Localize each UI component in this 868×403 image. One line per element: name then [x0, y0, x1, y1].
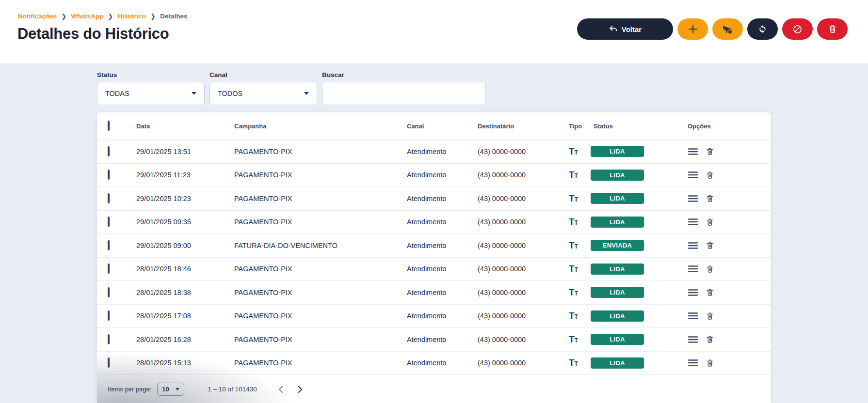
text-type-icon: TT [569, 264, 591, 274]
add-button[interactable] [677, 18, 708, 40]
row-date: 28/01/2025 17:08 [136, 312, 234, 320]
table-row: 29/01/2025 11:23 PAGAMENTO-PIX Atendimen… [97, 164, 771, 187]
row-menu-button[interactable] [688, 264, 698, 273]
select-all-checkbox[interactable] [108, 121, 110, 131]
row-checkbox[interactable] [108, 334, 110, 344]
row-menu-button[interactable] [688, 358, 698, 367]
table-row: 29/01/2025 10:23 PAGAMENTO-PIX Atendimen… [97, 187, 771, 211]
row-campaign: PAGAMENTO-PIX [234, 289, 407, 296]
row-date: 29/01/2025 10:23 [136, 195, 234, 202]
status-badge: LIDA [591, 287, 644, 298]
row-campaign: PAGAMENTO-PIX [234, 195, 407, 202]
trash-icon [706, 194, 714, 203]
next-page-button[interactable] [297, 386, 304, 393]
row-date: 28/01/2025 15:13 [136, 359, 234, 367]
row-checkbox[interactable] [108, 217, 110, 227]
row-date: 28/01/2025 16:28 [136, 336, 234, 343]
row-delete-button[interactable] [706, 147, 714, 156]
row-recipient: (43) 0000-0000 [478, 289, 569, 296]
row-menu-button[interactable] [688, 288, 698, 297]
canal-filter-label: Canal [209, 71, 317, 78]
row-menu-button[interactable] [688, 335, 698, 344]
row-channel: Atendimento [407, 195, 478, 202]
hamburger-menu-icon [688, 358, 698, 367]
items-per-page-value: 10 [162, 386, 169, 393]
row-delete-button[interactable] [706, 170, 714, 180]
trash-icon [706, 335, 714, 344]
search-input[interactable] [322, 82, 486, 105]
canal-filter-field: Canal TODOS [209, 71, 317, 105]
previous-page-button[interactable] [277, 386, 284, 393]
table-row: 29/01/2025 09:35 PAGAMENTO-PIX Atendimen… [97, 211, 771, 234]
breadcrumb-current-detalhes: Detalhes [160, 13, 187, 20]
table-header-row: Data Campanha Canal Destinatário Tipo St… [97, 112, 771, 140]
row-campaign: PAGAMENTO-PIX [234, 148, 407, 155]
column-header-opcoes: Opções [684, 123, 771, 130]
breadcrumb-link-notificacoes[interactable]: Notificações [18, 13, 57, 20]
row-checkbox[interactable] [108, 146, 110, 156]
table-row: 28/01/2025 17:08 PAGAMENTO-PIX Atendimen… [97, 305, 771, 328]
row-checkbox[interactable] [108, 287, 110, 297]
row-delete-button[interactable] [706, 264, 714, 274]
row-recipient: (43) 0000-0000 [478, 312, 569, 320]
row-menu-button[interactable] [688, 217, 698, 226]
row-date: 29/01/2025 11:23 [136, 171, 234, 179]
table-row: 28/01/2025 16:28 PAGAMENTO-PIX Atendimen… [97, 328, 771, 352]
row-channel: Atendimento [407, 265, 478, 273]
row-checkbox[interactable] [108, 264, 110, 274]
hamburger-menu-icon [688, 335, 698, 344]
row-channel: Atendimento [407, 242, 478, 249]
back-button[interactable]: Voltar [577, 18, 673, 40]
row-checkbox[interactable] [108, 357, 110, 368]
row-recipient: (43) 0000-0000 [478, 265, 569, 273]
table-body: 29/01/2025 13:51 PAGAMENTO-PIX Atendimen… [97, 140, 771, 375]
row-campaign: PAGAMENTO-PIX [234, 265, 407, 273]
items-per-page-select[interactable]: 10 [157, 383, 184, 396]
back-button-label: Voltar [622, 25, 642, 33]
breadcrumb-link-whatsapp[interactable]: WhatsApp [71, 13, 104, 20]
row-delete-button[interactable] [706, 288, 714, 297]
row-campaign: PAGAMENTO-PIX [234, 336, 407, 343]
trash-icon [706, 311, 714, 321]
text-type-icon: TT [569, 193, 591, 204]
row-checkbox[interactable] [108, 170, 110, 180]
row-channel: Atendimento [407, 336, 478, 343]
text-type-icon: TT [569, 146, 591, 157]
delete-button[interactable] [817, 18, 848, 40]
row-campaign: FATURA-DIA-DO-VENCIMENTO [234, 242, 407, 249]
row-date: 29/01/2025 09:00 [136, 242, 234, 249]
trash-icon [706, 170, 714, 180]
row-campaign: PAGAMENTO-PIX [234, 171, 407, 179]
row-checkbox[interactable] [108, 193, 110, 203]
row-recipient: (43) 0000-0000 [478, 148, 569, 155]
row-delete-button[interactable] [706, 194, 714, 203]
breadcrumb-link-historico[interactable]: Histórico [117, 13, 146, 20]
hamburger-menu-icon [688, 288, 698, 297]
row-delete-button[interactable] [706, 311, 714, 321]
row-delete-button[interactable] [706, 358, 714, 368]
row-delete-button[interactable] [706, 241, 714, 250]
column-header-tipo: Tipo [569, 123, 591, 130]
column-header-campanha: Campanha [234, 123, 407, 130]
schedule-send-button[interactable] [712, 18, 743, 40]
row-menu-button[interactable] [688, 194, 698, 203]
block-button[interactable] [782, 18, 813, 40]
status-badge: ENVIADA [591, 240, 644, 251]
row-menu-button[interactable] [688, 241, 698, 250]
row-menu-button[interactable] [688, 170, 698, 179]
canal-filter-select[interactable]: TODOS [209, 82, 317, 105]
row-menu-button[interactable] [688, 311, 698, 320]
row-delete-button[interactable] [706, 335, 714, 344]
chevron-left-icon [277, 386, 284, 393]
refresh-button[interactable] [747, 18, 778, 40]
text-type-icon: TT [569, 240, 591, 251]
column-header-canal: Canal [407, 123, 478, 130]
row-delete-button[interactable] [706, 217, 714, 227]
chevron-down-icon [304, 92, 309, 95]
row-checkbox[interactable] [108, 310, 110, 321]
status-filter-select[interactable]: TODAS [97, 82, 205, 105]
trash-icon [706, 358, 714, 368]
row-menu-button[interactable] [688, 147, 698, 156]
row-checkbox[interactable] [108, 240, 110, 250]
status-badge: LIDA [591, 217, 644, 228]
